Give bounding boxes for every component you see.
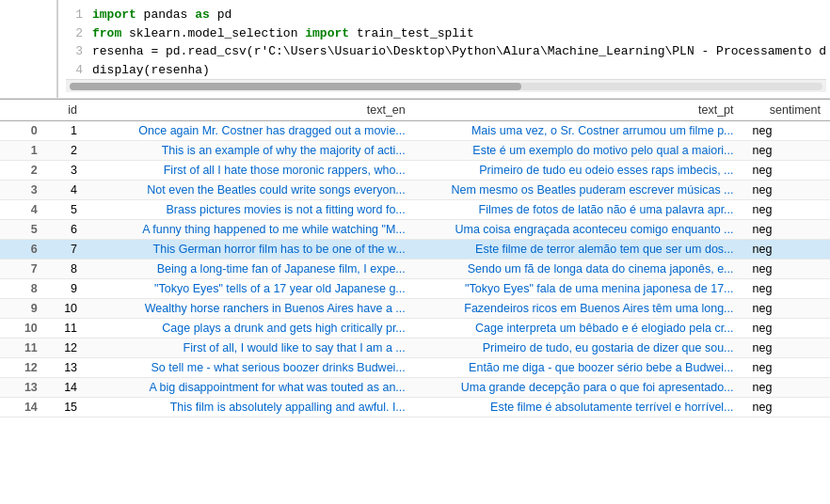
table-cell: 8 — [47, 260, 87, 279]
table-cell: 2 — [47, 141, 87, 161]
table-cell: Mais uma vez, o Sr. Costner arrumou um f… — [415, 121, 743, 141]
table-cell: Este filme de terror alemão tem que ser … — [415, 240, 743, 260]
dataframe-output: idtext_entext_ptsentiment 01Once again M… — [0, 99, 830, 417]
table-cell: 10 — [0, 319, 47, 339]
table-cell: 4 — [0, 200, 47, 220]
column-header-text_en: text_en — [87, 100, 415, 121]
table-cell: Este é um exemplo do motivo pelo qual a … — [415, 141, 743, 161]
table-row: 1213So tell me - what serious boozer dri… — [0, 358, 830, 378]
table-cell: 1 — [47, 121, 87, 141]
table-cell: 0 — [0, 121, 47, 141]
table-row: 89"Tokyo Eyes" tells of a 17 year old Ja… — [0, 279, 830, 299]
table-cell: Being a long-time fan of Japanese film, … — [87, 260, 415, 279]
table-row: 1011Cage plays a drunk and gets high cri… — [0, 319, 830, 339]
table-cell: This is an example of why the majority o… — [87, 141, 415, 161]
table-cell: 1 — [0, 141, 47, 161]
table-row: 23First of all I hate those moronic rapp… — [0, 161, 830, 181]
line-content: display(resenha) — [92, 61, 826, 80]
table-cell: 15 — [47, 398, 87, 417]
table-cell: neg — [743, 121, 830, 141]
table-row: 01Once again Mr. Costner has dragged out… — [0, 121, 830, 141]
table-cell: "Tokyo Eyes" tells of a 17 year old Japa… — [87, 279, 415, 299]
table-cell: 11 — [47, 319, 87, 339]
table-cell: 6 — [0, 240, 47, 260]
table-cell: Primeiro de tudo eu odeio esses raps imb… — [415, 161, 743, 181]
table-header-row: idtext_entext_ptsentiment — [0, 100, 830, 121]
table-cell: Sendo um fã de longa data do cinema japo… — [415, 260, 743, 279]
code-cell: 1import pandas as pd2from sklearn.model_… — [0, 0, 830, 99]
table-cell: Primeiro de tudo, eu gostaria de dizer q… — [415, 339, 743, 358]
table-cell: neg — [743, 260, 830, 279]
line-number: 2 — [66, 24, 83, 43]
table-cell: neg — [743, 279, 830, 299]
table-cell: First of all I hate those moronic rapper… — [87, 161, 415, 181]
table-cell: neg — [743, 299, 830, 319]
table-row: 56A funny thing happened to me while wat… — [0, 220, 830, 240]
table-cell: Cage plays a drunk and gets high critica… — [87, 319, 415, 339]
table-cell: 9 — [0, 299, 47, 319]
table-cell: neg — [743, 240, 830, 260]
table-row: 910Wealthy horse ranchers in Buenos Aire… — [0, 299, 830, 319]
table-cell: Uma grande decepção para o que foi apres… — [415, 378, 743, 398]
dataframe-table: idtext_entext_ptsentiment 01Once again M… — [0, 99, 830, 417]
table-cell: 10 — [47, 299, 87, 319]
scroll-track[interactable] — [70, 83, 822, 90]
table-cell: 5 — [0, 220, 47, 240]
table-cell: 13 — [0, 378, 47, 398]
table-cell: neg — [743, 200, 830, 220]
table-cell: neg — [743, 220, 830, 240]
table-cell: This film is absolutely appalling and aw… — [87, 398, 415, 417]
table-cell: neg — [743, 141, 830, 161]
code-line: 3resenha = pd.read_csv(r'C:\Users\Usuari… — [66, 42, 826, 61]
table-row: 12This is an example of why the majority… — [0, 141, 830, 161]
table-cell: 13 — [47, 358, 87, 378]
table-cell: 2 — [0, 161, 47, 181]
column-header-sentiment: sentiment — [743, 100, 830, 121]
code-line: 4display(resenha) — [66, 61, 826, 80]
table-cell: 9 — [47, 279, 87, 299]
table-cell: A funny thing happened to me while watch… — [87, 220, 415, 240]
code-line: 1import pandas as pd — [66, 6, 826, 24]
table-cell: Wealthy horse ranchers in Buenos Aires h… — [87, 299, 415, 319]
table-row: 1112First of all, I would like to say th… — [0, 339, 830, 358]
table-cell: neg — [743, 339, 830, 358]
table-row: 34Not even the Beatles could write songs… — [0, 181, 830, 200]
table-cell: neg — [743, 181, 830, 200]
table-cell: Então me diga - que boozer sério bebe a … — [415, 358, 743, 378]
horizontal-scrollbar[interactable] — [66, 79, 826, 92]
cell-body: 1import pandas as pd2from sklearn.model_… — [56, 0, 830, 98]
table-row: 67This German horror film has to be one … — [0, 240, 830, 260]
column-header-id: id — [47, 100, 87, 121]
table-cell: Not even the Beatles could write songs e… — [87, 181, 415, 200]
table-cell: "Tokyo Eyes" fala de uma menina japonesa… — [415, 279, 743, 299]
table-row: 78Being a long-time fan of Japanese film… — [0, 260, 830, 279]
table-row: 45Brass pictures movies is not a fitting… — [0, 200, 830, 220]
table-cell: Este filme é absolutamente terrível e ho… — [415, 398, 743, 417]
line-number: 3 — [66, 42, 83, 61]
table-cell: 7 — [0, 260, 47, 279]
table-cell: 4 — [47, 181, 87, 200]
table-cell: neg — [743, 161, 830, 181]
table-cell: A big disappointment for what was touted… — [87, 378, 415, 398]
table-cell: 14 — [47, 378, 87, 398]
table-cell: 11 — [0, 339, 47, 358]
line-content: from sklearn.model_selection import trai… — [92, 24, 826, 43]
table-cell: First of all, I would like to say that I… — [87, 339, 415, 358]
table-cell: 3 — [0, 181, 47, 200]
table-cell: 12 — [47, 339, 87, 358]
table-cell: 12 — [0, 358, 47, 378]
table-cell: Nem mesmo os Beatles puderam escrever mú… — [415, 181, 743, 200]
table-cell: 14 — [0, 398, 47, 417]
table-cell: Filmes de fotos de latão não é uma palav… — [415, 200, 743, 220]
line-number: 1 — [66, 6, 83, 24]
table-cell: 7 — [47, 240, 87, 260]
table-cell: neg — [743, 378, 830, 398]
table-row: 1415This film is absolutely appalling an… — [0, 398, 830, 417]
cell-label — [0, 0, 56, 98]
table-row: 1314A big disappointment for what was to… — [0, 378, 830, 398]
scroll-thumb[interactable] — [70, 83, 521, 90]
table-cell: 5 — [47, 200, 87, 220]
table-cell: neg — [743, 358, 830, 378]
column-header-text_pt: text_pt — [415, 100, 743, 121]
table-cell: 6 — [47, 220, 87, 240]
